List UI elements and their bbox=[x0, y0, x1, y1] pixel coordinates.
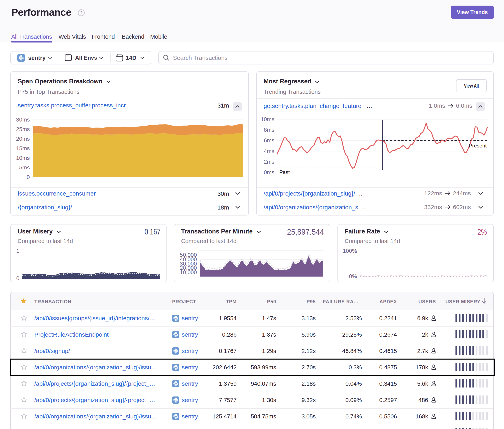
svg-text:10,000: 10,000 bbox=[180, 269, 197, 275]
svg-text:0ms: 0ms bbox=[264, 169, 274, 175]
svg-text:30ms: 30ms bbox=[16, 116, 30, 123]
svg-text:2ms: 2ms bbox=[264, 159, 274, 165]
svg-text:10ms: 10ms bbox=[16, 155, 30, 161]
svg-text:Present: Present bbox=[469, 143, 487, 149]
svg-text:100%: 100% bbox=[343, 248, 357, 254]
svg-text:8ms: 8ms bbox=[264, 127, 274, 133]
svg-text:4ms: 4ms bbox=[264, 148, 274, 154]
svg-text:0%: 0% bbox=[349, 273, 357, 279]
svg-text:10ms: 10ms bbox=[261, 116, 274, 122]
svg-text:0: 0 bbox=[27, 174, 30, 180]
svg-text:20ms: 20ms bbox=[16, 136, 30, 142]
svg-text:6ms: 6ms bbox=[264, 137, 274, 143]
svg-text:15ms: 15ms bbox=[16, 145, 30, 151]
svg-text:5ms: 5ms bbox=[19, 164, 30, 171]
svg-text:1: 1 bbox=[16, 248, 19, 254]
svg-text:Past: Past bbox=[279, 169, 290, 175]
svg-text:0: 0 bbox=[16, 275, 19, 281]
svg-text:25ms: 25ms bbox=[16, 126, 30, 132]
